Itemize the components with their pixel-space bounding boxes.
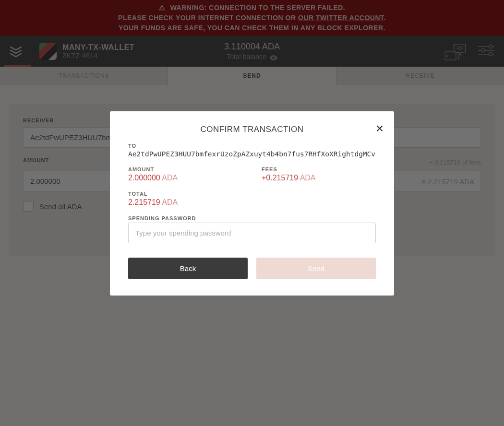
modal-fees-label: FEES: [262, 166, 376, 172]
modal-amount-label: AMOUNT: [128, 166, 242, 172]
to-label: TO: [128, 143, 376, 149]
modal-title: CONFIRM TRANSACTION: [128, 125, 376, 134]
to-value: Ae2tdPwUPEZ3HUU7bmfexrUzoZpAZxuyt4b4bn7f…: [128, 150, 376, 158]
back-button[interactable]: Back: [128, 258, 248, 279]
modal-total-value: 2.215719 ADA: [128, 198, 376, 207]
send-button[interactable]: Send: [256, 258, 376, 279]
password-label: SPENDING PASSWORD: [128, 215, 376, 221]
confirm-transaction-modal: CONFIRM TRANSACTION × TO Ae2tdPwUPEZ3HUU…: [110, 111, 394, 296]
modal-overlay[interactable]: CONFIRM TRANSACTION × TO Ae2tdPwUPEZ3HUU…: [0, 0, 504, 426]
modal-fees-value: +0.215719 ADA: [262, 174, 376, 182]
close-icon[interactable]: ×: [376, 122, 384, 135]
modal-amount-value: 2.000000 ADA: [128, 174, 242, 182]
modal-total-label: TOTAL: [128, 191, 376, 197]
spending-password-input[interactable]: [128, 223, 376, 243]
